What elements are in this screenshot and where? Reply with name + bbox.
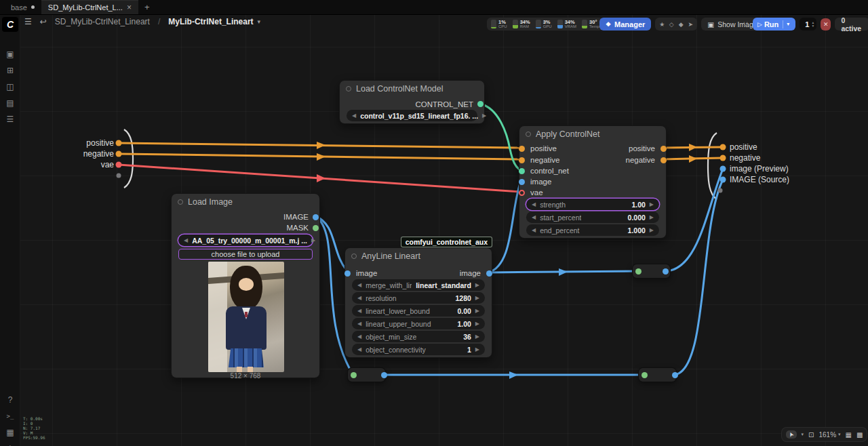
templates-icon[interactable]: ☰ [0,113,20,126]
terminal-icon[interactable]: >_ [0,409,20,423]
minimap-toggle-button[interactable]: ▩ [856,431,863,439]
run-options-chevron-icon[interactable]: ▾ [783,21,793,27]
arrow-right-icon[interactable]: ▶ [475,282,479,288]
input-port-negative[interactable] [519,157,525,163]
reroute-output-port[interactable] [672,372,678,378]
batch-count-stepper[interactable]: 1 ▴ ▾ [800,18,816,31]
arrow-right-icon[interactable]: ▶ [482,113,486,119]
breadcrumb-current[interactable]: MyLib-CtrlNet_Lineart ▾ [168,17,260,26]
node-library-icon[interactable]: ⊞ [0,64,20,77]
node-load-controlnet-model[interactable]: Load ControlNet Model CONTROL_NET ◀ cont… [339,80,485,124]
tool-chevron-icon[interactable]: ▾ [802,432,804,437]
arrow-left-icon[interactable]: ◀ [357,282,361,288]
select-tool-button[interactable]: ➤ [786,430,797,439]
output-port-image[interactable] [313,214,319,220]
undo-icon[interactable]: ↩ [40,17,47,26]
step-down-icon[interactable]: ▾ [812,24,814,28]
manager-button[interactable]: ❖ Manager [599,18,651,31]
widget-lineart-lower-bound[interactable]: ◀ lineart_lower_bound 0.00 ▶ [352,305,485,317]
widget-controlnet-name[interactable]: ◀ control_v11p_sd15_lineart_fp16. ... ▶ [347,110,477,121]
arrow-left-icon[interactable]: ◀ [357,295,361,301]
output-port-negative[interactable] [660,157,667,163]
arrow-right-icon[interactable]: ▶ [475,333,479,340]
reroute-input-port[interactable] [642,372,648,378]
shortcuts-icon[interactable]: ▦ [0,426,20,439]
model-library-icon[interactable]: ◫ [0,80,20,94]
widget-strength[interactable]: ◀ strength 1.00 ▶ [526,199,659,210]
collapse-dot-icon[interactable] [351,254,357,259]
new-tab-button[interactable]: + [138,0,156,14]
arrow-left-icon[interactable]: ◀ [357,333,361,340]
help-icon[interactable]: ? [0,393,20,407]
input-port-vae[interactable] [519,190,525,196]
input-port-image[interactable] [344,270,351,277]
choose-file-button[interactable]: choose file to upload [178,249,313,260]
workflows-icon[interactable]: ▤ [0,96,20,110]
output-port-positive[interactable] [660,146,667,152]
close-tab-icon[interactable]: × [127,3,132,12]
arrow-left-icon[interactable]: ◀ [532,214,536,220]
arrow-left-icon[interactable]: ◀ [357,346,361,352]
arrow-right-icon[interactable]: ▶ [475,321,479,327]
fit-view-button[interactable]: ⊡ [808,431,814,439]
node-title-bar[interactable]: Apply ControlNet [519,126,666,142]
arrow-left-icon[interactable]: ◀ [357,321,361,327]
widget-merge-with-lineart[interactable]: ◀ merge_with_lin... lineart_standard ▶ [352,279,485,291]
arrow-left-icon[interactable]: ◀ [352,113,356,119]
subgraph-input-vae[interactable]: vae [66,161,114,169]
collapse-dot-icon[interactable] [346,86,351,92]
zoom-level-button[interactable]: 161% ▾ [818,431,840,439]
input-port-control-net[interactable] [519,168,525,174]
tab-base[interactable]: base [4,0,41,14]
widget-resolution[interactable]: ◀ resolution 1280 ▶ [352,292,485,304]
reroute-output-port[interactable] [663,268,669,275]
arrow-right-icon[interactable]: ▶ [311,237,315,243]
subgraph-output-positive[interactable]: positive [730,143,757,152]
widget-object-min-size[interactable]: ◀ object_min_size 36 ▶ [352,331,485,342]
queue-icon[interactable]: ▣ [0,47,20,61]
reroute-node[interactable] [632,264,671,279]
arrow-right-icon[interactable]: ▶ [650,201,654,207]
widget-start-percent[interactable]: ◀ start_percent 0.000 ▶ [526,211,659,223]
reroute-input-port[interactable] [635,268,642,275]
breadcrumb-root[interactable]: SD_MyLib-CtrlNet_Lineart [55,17,150,26]
arrow-right-icon[interactable]: ▶ [475,308,479,314]
subgraph-output-negative[interactable]: negative [730,154,760,163]
star-icon[interactable]: ★ [657,21,667,28]
node-title-bar[interactable]: AnyLine Lineart [345,248,492,264]
tab-active-workflow[interactable]: SD_MyLib-CtrlNet_L... × [41,0,138,14]
node-apply-controlnet[interactable]: Apply ControlNet positive negative contr… [519,125,667,239]
widget-end-percent[interactable]: ◀ end_percent 1.000 ▶ [526,224,659,236]
grid-toggle-button[interactable]: ▦ [846,431,852,439]
settings-gear-icon[interactable]: ⚙ [0,442,20,446]
output-port-mask[interactable] [313,225,319,231]
arrow-left-icon[interactable]: ◀ [184,237,188,243]
hamburger-icon[interactable]: ☰ [24,17,32,26]
comfyui-logo[interactable]: C [2,17,18,32]
models-icon[interactable]: ◆ [676,21,686,28]
node-title-bar[interactable]: Load Image [172,194,319,210]
widget-lineart-upper-bound[interactable]: ◀ lineart_upper_bound 1.00 ▶ [352,318,485,329]
share-icon[interactable]: ➤ [686,21,695,28]
custom-nodes-icon[interactable]: ◇ [667,21,676,28]
run-button[interactable]: ▷ Run ▾ [753,18,795,31]
arrow-left-icon[interactable]: ◀ [532,227,536,233]
drag-handle-icon[interactable]: ∷ [743,20,749,28]
input-port-positive[interactable] [519,146,525,152]
cancel-run-button[interactable]: ✕ [821,18,831,31]
collapse-dot-icon[interactable] [178,199,183,205]
arrow-right-icon[interactable]: ▶ [475,346,479,352]
reroute-node[interactable] [638,367,677,382]
output-port-image[interactable] [486,270,492,277]
arrow-right-icon[interactable]: ▶ [475,295,479,301]
arrow-left-icon[interactable]: ◀ [532,201,536,207]
subgraph-input-negative[interactable]: negative [66,150,114,159]
arrow-left-icon[interactable]: ◀ [357,308,361,314]
node-load-image[interactable]: Load Image IMAGE MASK ◀ AA_05_try_00000_… [171,193,320,378]
node-anyline-lineart[interactable]: comfyui_controlnet_aux AnyLine Lineart i… [344,247,492,358]
input-port-image[interactable] [519,179,525,185]
reroute-node[interactable] [347,367,386,382]
widget-image-filename[interactable]: ◀ AA_05_try_00000_m_00001_m.j ... ▶ [178,235,313,246]
subgraph-input-positive[interactable]: positive [66,139,114,148]
collapse-dot-icon[interactable] [526,131,531,137]
